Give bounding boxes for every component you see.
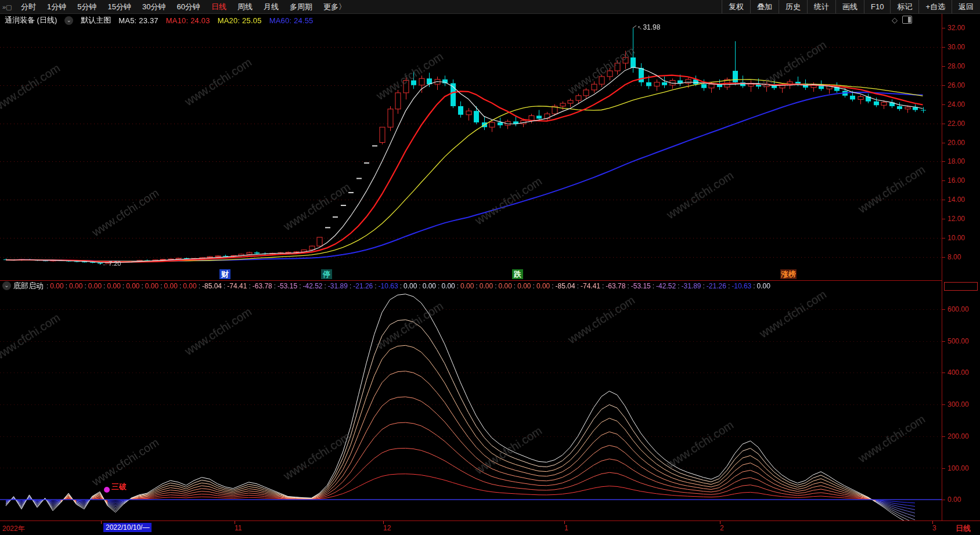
indicator-value: 0.00 xyxy=(88,282,102,290)
indicator-value: -63.78 xyxy=(606,282,625,290)
toolbar-button-F10[interactable]: F10 xyxy=(864,0,890,13)
axis-month-label: 2 xyxy=(720,524,724,532)
indicator-value: 0.00 xyxy=(441,282,455,290)
indicator-canvas[interactable] xyxy=(0,292,942,520)
event-badge-跌[interactable]: 跌 xyxy=(512,269,523,279)
stock-title: 通润装备 (日线) xyxy=(5,15,57,26)
period-item-日线[interactable]: 日线 xyxy=(211,2,226,12)
indicator-axis-label: 500.00 xyxy=(947,337,969,345)
trading-app-window: »▢ 分时1分钟5分钟15分钟30分钟60分钟日线周线月线多周期更多〉 复权叠加… xyxy=(0,0,980,535)
period-item-更多〉[interactable]: 更多〉 xyxy=(323,2,346,12)
event-badge-涨榜[interactable]: 涨榜 xyxy=(780,269,797,279)
axis-month-label: 1 xyxy=(564,524,568,532)
indicator-axis-label: 400.00 xyxy=(947,368,969,377)
indicator-value: -63.78 xyxy=(253,282,272,290)
indicator-value: -31.89 xyxy=(328,282,348,290)
event-badge-财[interactable]: 财 xyxy=(219,269,230,279)
indicator-axis-label: 300.00 xyxy=(947,400,969,409)
chevron-down-icon[interactable]: ⌄ xyxy=(64,16,73,25)
top-toolbar: »▢ 分时1分钟5分钟15分钟30分钟60分钟日线周线月线多周期更多〉 复权叠加… xyxy=(0,0,980,14)
indicator-axis-label: 100.00 xyxy=(947,464,969,472)
axis-date-box[interactable]: 2022/10/10/— xyxy=(103,523,152,532)
indicator-value: 0.00 xyxy=(517,282,531,290)
signal-dot xyxy=(104,487,110,493)
indicator-value: 0.00 xyxy=(403,282,417,290)
period-item-1分钟[interactable]: 1分钟 xyxy=(47,2,66,12)
event-badge-停[interactable]: 停 xyxy=(321,269,332,279)
indicator-value: -85.04 xyxy=(556,282,575,290)
price-axis-label: 14.00 xyxy=(947,196,965,204)
indicator-axis-label: 200.00 xyxy=(947,432,969,440)
period-item-月线[interactable]: 月线 xyxy=(264,2,279,12)
indicator-value: 0.00 xyxy=(145,282,158,290)
indicator-value: -10.63 xyxy=(379,282,398,290)
axis-period-label: 日线 xyxy=(956,523,971,534)
price-axis-label: 8.00 xyxy=(947,253,961,261)
price-axis-label: 30.00 xyxy=(947,43,965,51)
toolbar-button-+自选[interactable]: +自选 xyxy=(918,0,952,13)
chart-titlebar: 通润装备 (日线) ⌄ 默认主图 MA5: 23.37MA10: 24.03MA… xyxy=(5,15,314,26)
price-axis-label: 28.00 xyxy=(947,62,965,70)
period-item-15分钟[interactable]: 15分钟 xyxy=(107,2,131,12)
ma-value-MA60: MA60: 24.55 xyxy=(269,16,314,25)
indicator-chevron-icon[interactable]: ⌄ xyxy=(2,281,11,290)
indicator-axis-label: 600.00 xyxy=(947,305,969,313)
price-axis-label: 16.00 xyxy=(947,176,965,185)
period-item-30分钟[interactable]: 30分钟 xyxy=(142,2,165,12)
ma-value-MA20: MA20: 25.05 xyxy=(218,16,262,25)
period-item-周线[interactable]: 周线 xyxy=(237,2,253,12)
price-axis-label: 22.00 xyxy=(947,120,965,128)
main-indicator-name[interactable]: 默认主图 xyxy=(81,15,111,26)
period-item-60分钟[interactable]: 60分钟 xyxy=(176,2,200,12)
period-menu: 分时1分钟5分钟15分钟30分钟60分钟日线周线月线多周期更多〉 xyxy=(0,2,346,12)
axis-month-label: 11 xyxy=(235,524,242,532)
indicator-name[interactable]: 底部启动 xyxy=(13,281,44,291)
toolbar-button-叠加[interactable]: 叠加 xyxy=(750,0,779,13)
indicator-value: -21.26 xyxy=(353,282,373,290)
indicator-value: -10.63 xyxy=(732,282,751,290)
app-menu-icon[interactable]: »▢ xyxy=(2,3,17,11)
diamond-icon[interactable]: ◇ xyxy=(892,16,898,24)
indicator-value: 0.00 xyxy=(480,282,493,290)
low-price-annotation: ←7.20 xyxy=(102,260,121,267)
ma-value-MA10: MA10: 24.03 xyxy=(166,16,210,25)
price-axis-label: 18.00 xyxy=(947,157,965,165)
price-axis-label: 20.00 xyxy=(947,139,965,147)
indicator-value: 0.00 xyxy=(460,282,474,290)
ma-values: MA5: 23.37MA10: 24.03MA20: 25.05MA60: 24… xyxy=(118,16,313,25)
indicator-values: :0.00:0.00:0.00:0.00:0.00:0.00:0.00:0.00… xyxy=(45,282,770,290)
indicator-value: -53.15 xyxy=(631,282,651,290)
axis-month-label: 3 xyxy=(932,524,936,532)
split-panel-icon[interactable] xyxy=(902,16,912,24)
period-item-分时[interactable]: 分时 xyxy=(21,2,36,12)
axis-separator-line xyxy=(942,14,942,535)
price-axis-label: 24.00 xyxy=(947,100,965,109)
indicator-value: 0.00 xyxy=(126,282,139,290)
toolbar-button-复权[interactable]: 复权 xyxy=(722,0,750,13)
indicator-value: -31.89 xyxy=(681,282,701,290)
indicator-value: 0.00 xyxy=(498,282,511,290)
ma-value-MA5: MA5: 23.37 xyxy=(118,16,158,25)
indicator-value: -85.04 xyxy=(202,282,222,290)
indicator-value: -74.41 xyxy=(581,282,600,290)
price-axis-label: 26.00 xyxy=(947,81,965,89)
toolbar-button-历史[interactable]: 历史 xyxy=(779,0,807,13)
indicator-value: 0.00 xyxy=(50,282,63,290)
price-axis-label: 10.00 xyxy=(947,234,965,242)
indicator-value: -74.41 xyxy=(227,282,247,290)
toolbar-button-返回[interactable]: 返回 xyxy=(952,0,980,13)
indicator-value: 0.00 xyxy=(107,282,120,290)
indicator-header: ⌄ 底部启动 :0.00:0.00:0.00:0.00:0.00:0.00:0.… xyxy=(2,281,770,291)
period-item-多周期[interactable]: 多周期 xyxy=(290,2,312,12)
indicator-value: 0.00 xyxy=(164,282,178,290)
axis-year-label: 2022年 xyxy=(2,524,25,534)
main-chart-canvas[interactable] xyxy=(0,14,942,268)
toolbar-actions: 复权叠加历史统计画线F10标记+自选返回 xyxy=(722,0,980,13)
indicator-value: 0.00 xyxy=(757,282,770,290)
toolbar-button-标记[interactable]: 标记 xyxy=(890,0,918,13)
signal-label: 三破 xyxy=(111,482,127,492)
period-item-5分钟[interactable]: 5分钟 xyxy=(77,2,96,12)
toolbar-button-画线[interactable]: 画线 xyxy=(835,0,864,13)
indicator-value: 0.00 xyxy=(69,282,82,290)
toolbar-button-统计[interactable]: 统计 xyxy=(807,0,835,13)
